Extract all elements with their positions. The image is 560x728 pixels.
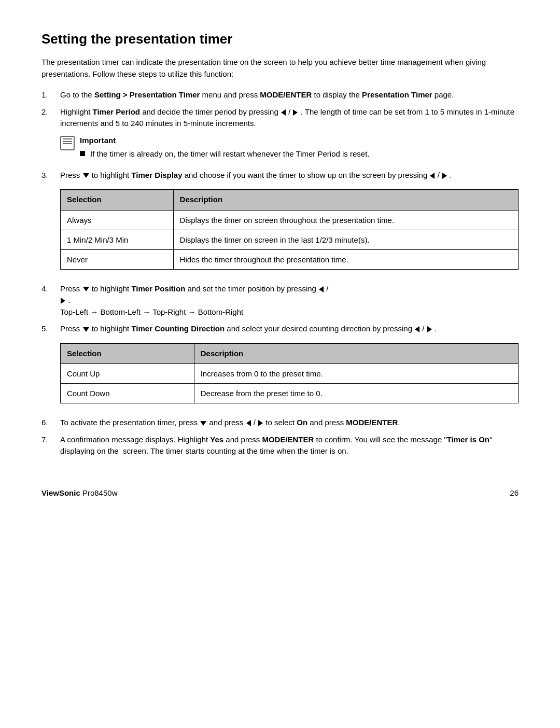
down-arrow-icon-2	[83, 287, 89, 291]
bullet-icon	[80, 151, 85, 156]
down-arrow-icon	[83, 173, 89, 178]
right-arrow-icon-4	[427, 326, 432, 332]
table1-header-selection: Selection	[61, 190, 174, 211]
step-4-content: Press to highlight Timer Position and se…	[60, 283, 519, 318]
step-3: 3. Press to highlight Timer Display and …	[41, 170, 519, 278]
timer-position-sequence: Top-Left → Bottom-Left → Top-Right → Bot…	[60, 307, 243, 316]
right-arrow-icon-2	[442, 173, 447, 179]
important-bullet: If the timer is already on, the timer wi…	[80, 148, 370, 160]
table2-container: Selection Description Count Up Increases…	[60, 343, 519, 404]
table2-row1-description: Increases from 0 to the preset time.	[194, 364, 518, 384]
down-arrow-icon-4	[200, 421, 206, 426]
table-row: Always Displays the timer on screen thro…	[61, 210, 519, 230]
important-label: Important	[80, 136, 116, 145]
step-7-content: A confirmation message displays. Highlig…	[60, 434, 519, 457]
table1-row3-description: Hides the timer throughout the presentat…	[173, 249, 518, 269]
left-arrow-icon-2	[430, 173, 435, 179]
table1-row2-selection: 1 Min/2 Min/3 Min	[61, 230, 174, 249]
right-arrow-icon-5	[258, 420, 263, 426]
step-1-num: 1.	[41, 89, 60, 101]
left-arrow-icon-4	[415, 326, 419, 332]
step-7: 7. A confirmation message displays. High…	[41, 434, 519, 457]
left-arrow-icon-5	[246, 420, 251, 426]
table2-header-selection: Selection	[61, 343, 194, 364]
footer: ViewSonic Pro8450w 26	[41, 488, 519, 497]
step-1: 1. Go to the Setting > Presentation Time…	[41, 89, 519, 101]
table1-row2-description: Displays the timer on screen in the last…	[173, 230, 518, 249]
step-2-content: Highlight Timer Period and decide the ti…	[60, 106, 519, 164]
step-6: 6. To activate the presentation timer, p…	[41, 417, 519, 429]
timer-counting-table: Selection Description Count Up Increases…	[60, 343, 519, 404]
right-arrow-icon	[293, 109, 298, 116]
table2-header-description: Description	[194, 343, 518, 364]
table2-row2-description: Decrease from the preset time to 0.	[194, 384, 518, 403]
left-arrow-icon	[281, 109, 286, 116]
important-bullet-text: If the timer is already on, the timer wi…	[90, 148, 370, 160]
footer-page-number: 26	[510, 488, 519, 497]
table2-row2-selection: Count Down	[61, 384, 194, 403]
table1-row1-selection: Always	[61, 210, 174, 230]
step-6-num: 6.	[41, 417, 60, 429]
step-2-num: 2.	[41, 106, 60, 164]
table1-header-description: Description	[173, 190, 518, 211]
footer-brand-model: ViewSonic Pro8450w	[41, 488, 117, 497]
footer-brand: ViewSonic	[41, 488, 80, 497]
footer-model: Pro8450w	[82, 488, 118, 497]
table1-container: Selection Description Always Displays th…	[60, 189, 519, 270]
page-title: Setting the presentation timer	[41, 31, 519, 47]
step-6-content: To activate the presentation timer, pres…	[60, 417, 519, 429]
table-row: Count Down Decrease from the preset time…	[61, 384, 519, 403]
steps-list: 1. Go to the Setting > Presentation Time…	[41, 89, 519, 457]
step-2: 2. Highlight Timer Period and decide the…	[41, 106, 519, 164]
table-row: 1 Min/2 Min/3 Min Displays the timer on …	[61, 230, 519, 249]
step-4: 4. Press to highlight Timer Position and…	[41, 283, 519, 318]
step-4-num: 4.	[41, 283, 60, 318]
important-box: Important If the timer is already on, th…	[60, 135, 519, 160]
table-row: Count Up Increases from 0 to the preset …	[61, 364, 519, 384]
step-3-num: 3.	[41, 170, 60, 278]
intro-paragraph: The presentation timer can indicate the …	[41, 57, 519, 80]
step-1-content: Go to the Setting > Presentation Timer m…	[60, 89, 519, 101]
important-content: Important If the timer is already on, th…	[80, 135, 370, 160]
right-arrow-icon-3	[61, 298, 65, 304]
step-7-num: 7.	[41, 434, 60, 457]
table1-row1-description: Displays the timer on screen throughout …	[173, 210, 518, 230]
step-5-content: Press to highlight Timer Counting Direct…	[60, 323, 519, 412]
table2-row1-selection: Count Up	[61, 364, 194, 384]
timer-display-table: Selection Description Always Displays th…	[60, 189, 519, 270]
left-arrow-icon-3	[319, 286, 324, 292]
table-row: Never Hides the timer throughout the pre…	[61, 249, 519, 269]
note-icon	[60, 136, 75, 150]
down-arrow-icon-3	[83, 327, 89, 332]
step-3-content: Press to highlight Timer Display and cho…	[60, 170, 519, 278]
step-5-num: 5.	[41, 323, 60, 412]
table1-row3-selection: Never	[61, 249, 174, 269]
step-5: 5. Press to highlight Timer Counting Dir…	[41, 323, 519, 412]
